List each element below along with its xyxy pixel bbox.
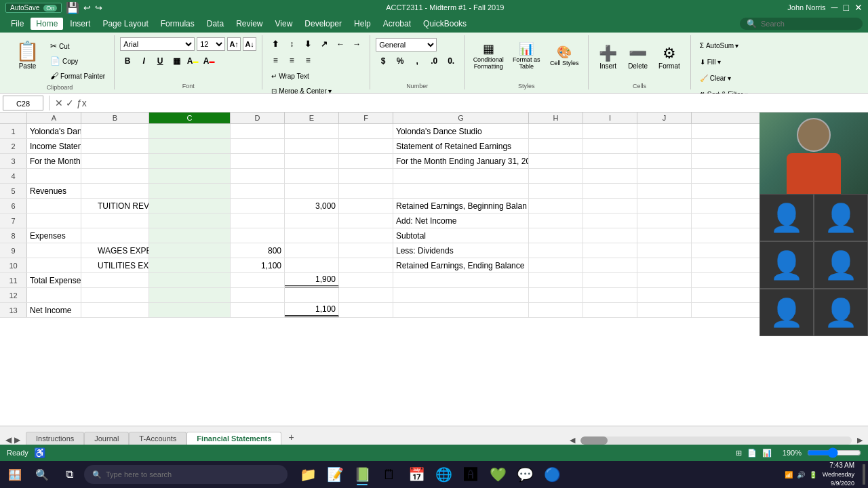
- cell-f9[interactable]: [339, 243, 393, 258]
- cell-a4[interactable]: [27, 169, 81, 183]
- cell-h8[interactable]: [529, 228, 583, 243]
- confirm-formula-icon[interactable]: ✓: [66, 98, 74, 108]
- taskbar-notepad[interactable]: 🗒: [377, 462, 401, 487]
- battery-icon[interactable]: 🔋: [809, 471, 817, 479]
- cell-j9[interactable]: [637, 243, 692, 258]
- cell-b10[interactable]: UTILITIES EXPENSE: [81, 258, 149, 272]
- delete-button[interactable]: ➖ Delete: [623, 38, 652, 76]
- cell-d7[interactable]: [231, 214, 285, 228]
- accessibility-icon[interactable]: ♿: [34, 447, 45, 458]
- cell-d9[interactable]: 800: [231, 243, 285, 258]
- taskbar-calendar[interactable]: 📅: [404, 462, 429, 487]
- cell-b8[interactable]: [81, 228, 149, 243]
- menu-acrobat[interactable]: Acrobat: [378, 18, 416, 30]
- cell-a9[interactable]: [27, 243, 81, 258]
- cell-i3[interactable]: [583, 154, 637, 168]
- cell-h2[interactable]: [529, 139, 583, 153]
- cell-i2[interactable]: [583, 139, 637, 153]
- taskbar-adobe[interactable]: 🅰: [458, 462, 483, 487]
- cell-j2[interactable]: [637, 139, 692, 153]
- normal-view-icon[interactable]: ⊞: [736, 449, 742, 458]
- cell-f7[interactable]: [339, 214, 393, 228]
- cell-j4[interactable]: [637, 169, 692, 183]
- col-header-f[interactable]: F: [339, 113, 393, 123]
- taskbar-zoom[interactable]: 🔵: [540, 462, 564, 487]
- cell-h6[interactable]: [529, 199, 583, 213]
- menu-view[interactable]: View: [270, 18, 298, 30]
- cell-i11[interactable]: [583, 273, 637, 287]
- border-button[interactable]: ▦: [169, 54, 184, 68]
- decrease-decimal-button[interactable]: 0.: [443, 54, 458, 68]
- cell-e7[interactable]: [285, 214, 339, 228]
- cell-d3[interactable]: [231, 154, 285, 168]
- cell-h7[interactable]: [529, 214, 583, 228]
- cell-i9[interactable]: [583, 243, 637, 258]
- cell-j3[interactable]: [637, 154, 692, 168]
- formula-input[interactable]: [90, 96, 865, 110]
- menu-data[interactable]: Data: [201, 18, 229, 30]
- cell-e11[interactable]: 1,900: [285, 273, 339, 287]
- cell-e3[interactable]: [285, 154, 339, 168]
- cell-i5[interactable]: [583, 184, 637, 198]
- col-header-i[interactable]: I: [583, 113, 637, 123]
- redo-icon[interactable]: ↪: [95, 3, 102, 13]
- cell-b12[interactable]: [81, 288, 149, 302]
- cell-f5[interactable]: [339, 184, 393, 198]
- save-icon[interactable]: 💾: [66, 1, 79, 14]
- sheet-tab-financial-statements[interactable]: Financial Statements: [186, 432, 281, 445]
- cell-f8[interactable]: [339, 228, 393, 243]
- cell-f13[interactable]: [339, 303, 393, 317]
- taskbar-teams[interactable]: 💬: [513, 462, 537, 487]
- fill-color-button[interactable]: A▬: [185, 54, 200, 68]
- task-view-button[interactable]: ⧉: [57, 462, 81, 487]
- cell-g4[interactable]: [393, 169, 529, 183]
- menu-home[interactable]: Home: [31, 18, 63, 30]
- cell-g5[interactable]: [393, 184, 529, 198]
- copy-button[interactable]: 📄 Copy: [47, 54, 108, 68]
- sheet-tab-journal[interactable]: Journal: [84, 432, 129, 445]
- col-header-a[interactable]: A: [27, 113, 81, 123]
- cell-d10[interactable]: 1,100: [231, 258, 285, 272]
- fill-button[interactable]: ⬇ Fill ▾: [696, 54, 737, 69]
- font-name-select[interactable]: Arial: [120, 37, 195, 51]
- indent-decrease-button[interactable]: ←: [333, 37, 348, 52]
- cell-d1[interactable]: [231, 124, 285, 138]
- minimize-icon[interactable]: ─: [831, 2, 838, 13]
- cell-g13[interactable]: [393, 303, 529, 317]
- decrease-font-button[interactable]: A↓: [243, 37, 256, 51]
- windows-start-button[interactable]: 🪟: [3, 462, 27, 487]
- currency-button[interactable]: $: [376, 54, 391, 68]
- volume-icon[interactable]: 🔊: [797, 471, 805, 479]
- cell-e2[interactable]: [285, 139, 339, 153]
- taskbar-chrome[interactable]: 🌐: [431, 462, 456, 487]
- page-break-view-icon[interactable]: 📊: [762, 449, 772, 458]
- cortana-button[interactable]: 🔍: [30, 462, 54, 487]
- comma-button[interactable]: ,: [410, 54, 425, 68]
- taskbar-search-bar[interactable]: 🔍: [84, 465, 288, 484]
- col-header-c[interactable]: C: [149, 113, 231, 123]
- insert-button[interactable]: ➕ Insert: [594, 38, 622, 76]
- scroll-sheets-right-icon[interactable]: ▶: [14, 435, 20, 445]
- cell-b4[interactable]: [81, 169, 149, 183]
- row-header-12[interactable]: 12: [0, 288, 27, 302]
- cell-h5[interactable]: [529, 184, 583, 198]
- cell-j7[interactable]: [637, 214, 692, 228]
- cell-d12[interactable]: [231, 288, 285, 302]
- cell-c12[interactable]: [149, 288, 231, 302]
- cell-e1[interactable]: [285, 124, 339, 138]
- cell-h10[interactable]: [529, 258, 583, 272]
- cell-reference-box[interactable]: C28: [3, 96, 43, 110]
- cell-f6[interactable]: [339, 199, 393, 213]
- cell-h12[interactable]: [529, 288, 583, 302]
- row-header-4[interactable]: 4: [0, 169, 27, 183]
- row-header-7[interactable]: 7: [0, 214, 27, 228]
- scroll-right-icon[interactable]: ▶: [857, 436, 863, 445]
- cell-c4[interactable]: [149, 169, 231, 183]
- cell-d2[interactable]: [231, 139, 285, 153]
- taskbar-word[interactable]: 📝: [323, 462, 347, 487]
- row-header-1[interactable]: 1: [0, 124, 27, 138]
- underline-button[interactable]: U: [153, 54, 167, 68]
- cell-f4[interactable]: [339, 169, 393, 183]
- cell-g11[interactable]: [393, 273, 529, 287]
- cut-button[interactable]: ✂ Cut: [47, 39, 108, 53]
